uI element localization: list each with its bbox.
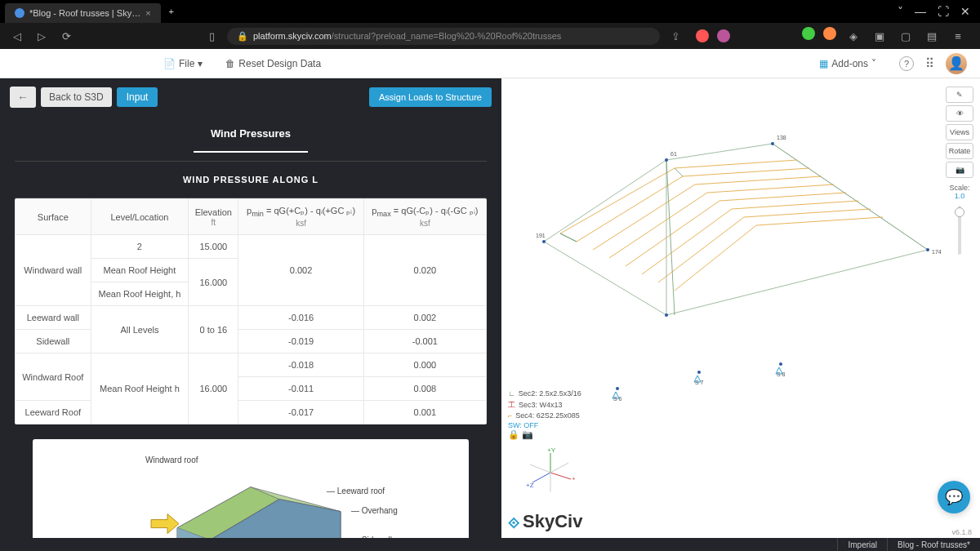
svg-text:174: 174 [932,249,942,255]
sys-icon-2[interactable] [823,27,836,40]
sys-icon-1[interactable] [802,27,815,40]
svg-point-13 [779,362,782,366]
table-row: Windward Roof Mean Roof Height h16.000 -… [16,353,487,377]
svg-text:S 8: S 8 [777,371,786,377]
url-bar[interactable]: 🔒 platform.skyciv.com/structural?preload… [227,28,660,45]
back-label: Back to S3D [49,91,104,103]
browser-titlebar: *Blog - Roof trusses | Sky… × + ˅ — ⛶ ✕ [0,0,980,23]
ext-icon-2[interactable] [717,29,730,42]
table-row: Sidewall -0.019-0.001 [16,330,487,353]
maximize-icon[interactable]: ⛶ [938,5,949,18]
house-svg [128,455,373,538]
svg-point-11 [616,387,619,390]
svg-text:61: 61 [670,151,677,157]
svg-line-21 [550,473,571,479]
scale-slider[interactable] [958,206,961,255]
self-weight-indicator[interactable]: SW: OFF 🔒 📷 [508,421,538,440]
file-label: File [179,58,194,69]
svg-text:+Y: +Y [547,448,556,454]
new-tab-button[interactable]: + [161,7,182,16]
results-panel: ← Back to S3D Input Assign Loads to Stru… [0,78,501,538]
col-pmax: pmax = qG(-Cₚ) - qᵢ(-GC ₚᵢ)ksf [363,199,486,235]
label-windward-roof: Windward roof [145,455,198,464]
apps-grid-icon[interactable]: ⠿ [925,56,934,71]
extension-icons [691,29,735,42]
truss-structure: 191 61 138 174 S 6 S 7 S 8 [511,111,952,405]
share-icon[interactable]: ⇪ [666,27,684,45]
svg-text:S 6: S 6 [613,396,622,402]
back-to-s3d-button[interactable]: Back to S3D [41,87,112,107]
sys-icon-4[interactable]: ▣ [871,27,889,45]
sys-icon-3[interactable]: ◈ [844,27,862,45]
window-controls: ˅ — ⛶ ✕ [898,5,980,18]
viewport-toolbar: ✎ 👁 Views Rotate 📷 Scale:1.0 [946,87,973,255]
system-icons: ◈ ▣ ▢ ▤ ≡ [797,27,972,45]
label-overhang: — Overhang [351,506,398,515]
url-path: /structural?preload_name=Blog%20-%20Roof… [332,31,562,41]
hamburger-icon[interactable]: ≡ [949,27,967,45]
help-icon[interactable]: ? [899,56,914,71]
svg-line-25 [532,473,550,482]
col-surface: Surface [16,199,91,235]
3d-viewport[interactable]: 191 61 138 174 S 6 S 7 S 8 ∟ Sec2: 2.5x2… [501,78,980,538]
pencil-tool-icon[interactable]: ✎ [946,87,973,103]
status-bar: Imperial Blog - Roof trusses* [0,538,980,551]
addons-icon: ▦ [819,58,828,69]
sys-icon-6[interactable]: ▤ [923,27,941,45]
model-name[interactable]: Blog - Roof trusses* [887,538,980,551]
col-pmin: pmin = qG(+Cₚ) - qᵢ(+GC ₚᵢ)ksf [238,199,363,235]
col-level: Level/Location [91,199,189,235]
input-tab[interactable]: Input [117,87,158,107]
close-window-icon[interactable]: ✕ [960,5,970,18]
svg-text:138: 138 [777,135,786,140]
scale-label: Scale:1.0 [949,184,969,200]
chevron-down-icon: ˅ [871,58,876,69]
section-underline [194,151,308,153]
svg-point-12 [697,371,701,374]
label-leeward-roof: — Leeward roof [327,487,385,495]
ext-icon-1[interactable] [696,29,709,42]
lock-icon: 🔒 [237,31,248,42]
file-icon: 📄 [163,58,176,69]
axis-gizmo[interactable]: +X +Y +Z [526,448,575,499]
chat-bubble-icon[interactable]: 💬 [938,481,970,513]
table-row: Leeward Roof -0.0170.001 [16,401,487,424]
bookmark-icon[interactable]: ▯ [203,27,220,45]
visibility-tool-icon[interactable]: 👁 [946,105,973,122]
avatar[interactable]: 👤 [946,53,967,74]
units-toggle[interactable]: Imperial [837,538,887,551]
assign-loads-button[interactable]: Assign Loads to Structure [369,87,492,107]
file-menu[interactable]: 📄 File ▾ [152,58,214,69]
addons-label: Add-ons [831,58,868,69]
wind-pressure-table: Surface Level/Location Elevationft pmin … [15,198,487,424]
tab-close-icon[interactable]: × [145,8,150,18]
camera-tool-icon[interactable]: 📷 [946,162,973,178]
svg-point-6 [542,240,546,243]
svg-marker-5 [151,514,179,534]
svg-point-10 [665,313,668,317]
dropdown-icon[interactable]: ˅ [898,5,903,18]
svg-text:+Z: +Z [526,482,534,489]
svg-point-7 [665,158,668,162]
version-text: v6.1.8 [951,528,972,536]
reset-button[interactable]: 🗑 Reset Design Data [214,58,332,69]
table-row: Leeward wall All Levels0 to 16 -0.0160.0… [16,306,487,330]
subsection-title: WIND PRESSURE ALONG L [0,162,501,198]
nav-forward-icon[interactable]: ▷ [33,27,51,45]
favicon-icon [15,8,24,18]
views-button[interactable]: Views [946,124,973,140]
addons-menu[interactable]: ▦ Add-ons ˅ [808,58,888,69]
nav-back-icon[interactable]: ◁ [8,27,26,45]
section-title: Wind Pressures [0,116,501,151]
table-row: Windward wall 215.000 0.0020.020 [16,235,487,259]
rotate-button[interactable]: Rotate [946,143,973,159]
label-sidewall-r: — Sidewall [351,535,392,538]
skyciv-logo: ⟐SkyCiv [508,510,582,533]
col-elevation: Elevationft [189,199,238,235]
sys-icon-5[interactable]: ▢ [897,27,915,45]
house-diagram: Windward roof — Leeward roof — Overhang … [33,439,469,538]
back-arrow-button[interactable]: ← [10,87,36,108]
minimize-icon[interactable]: — [915,5,926,18]
nav-reload-icon[interactable]: ⟳ [57,27,75,45]
browser-tab[interactable]: *Blog - Roof trusses | Sky… × [5,3,161,23]
